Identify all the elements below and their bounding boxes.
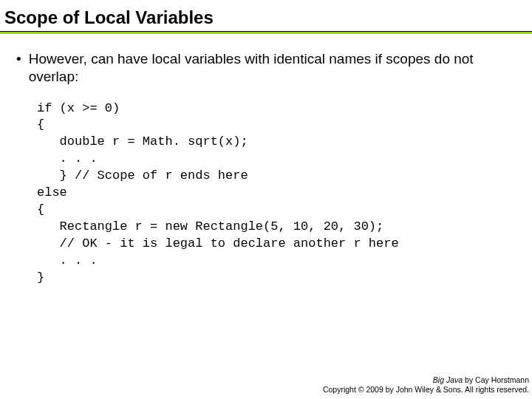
bullet-marker: •: [16, 50, 21, 86]
bullet-text: However, can have local variables with i…: [29, 50, 516, 86]
content-area: • However, can have local variables with…: [0, 34, 532, 287]
slide-title: Scope of Local Variables: [0, 0, 532, 31]
code-block: if (x >= 0) { double r = Math. sqrt(x); …: [37, 100, 516, 287]
footer-copyright: Copyright © 2009 by John Wiley & Sons. A…: [323, 385, 529, 395]
footer-byline: by Cay Horstmann: [463, 375, 529, 384]
footer: Big Java by Cay Horstmann Copyright © 20…: [323, 375, 529, 395]
footer-attribution: Big Java by Cay Horstmann: [323, 375, 529, 385]
bullet-item: • However, can have local variables with…: [16, 50, 516, 86]
footer-book-title: Big Java: [433, 375, 463, 384]
